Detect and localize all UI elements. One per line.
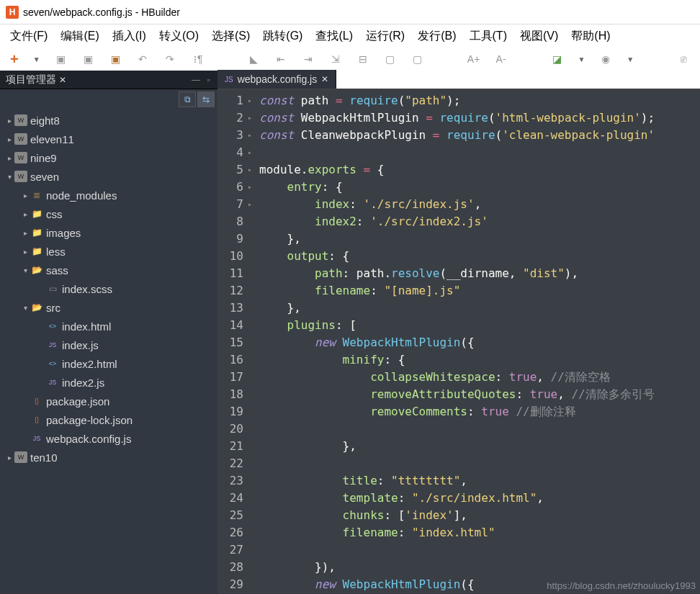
editor-tab-label: webpack.config.js	[238, 73, 318, 85]
block-icon[interactable]: ⊟	[356, 53, 369, 66]
globe-icon[interactable]: ◉	[599, 53, 612, 66]
watermark: https://blog.csdn.net/zhoulucky1993	[547, 580, 696, 591]
tree-item[interactable]: ▭index.scss	[0, 279, 217, 298]
outdent-icon[interactable]: ⇤	[274, 53, 287, 66]
indent-icon[interactable]: ⇥	[302, 53, 315, 66]
menu-file[interactable]: 文件(F)	[4, 27, 53, 45]
font-decrease-icon[interactable]: A-	[495, 53, 508, 66]
globe-dropdown-icon[interactable]: ▼	[627, 55, 634, 63]
editor-area: JS webpack.config.js ✕ 12345678910111213…	[217, 71, 700, 594]
toolbar: + ▼ ▣ ▣ ▣ ↶ ↷ ⫶¶ ◣ ⇤ ⇥ ⇲ ⊟ ▢ ▢ A+ A- ◪ ▼…	[0, 48, 700, 71]
menu-find[interactable]: 查找(L)	[310, 27, 359, 45]
filter-link-icon[interactable]: ⧉	[179, 91, 196, 107]
menu-select[interactable]: 选择(S)	[206, 27, 256, 45]
panel-tab-project-manager[interactable]: 项目管理器 ✕	[0, 72, 72, 88]
window-title: seven/webpack.config.js - HBuilder	[23, 6, 180, 18]
menu-escape[interactable]: 转义(O)	[153, 27, 205, 45]
tree-item[interactable]: JSwebpack.config.js	[0, 429, 217, 448]
tree-item[interactable]: JSindex2.js	[0, 373, 217, 392]
selection-icon[interactable]: ⇲	[329, 53, 342, 66]
js-file-icon: JS	[225, 76, 233, 84]
title-bar: H seven/webpack.config.js - HBuilder	[0, 0, 700, 24]
panel-tools: — ▫	[190, 74, 217, 86]
tree-item[interactable]: ▸Wten10	[0, 448, 217, 467]
tree-item[interactable]: ▸Weight8	[0, 111, 217, 130]
paste-icon[interactable]: ▣	[109, 53, 122, 66]
menu-run[interactable]: 运行(R)	[360, 27, 410, 45]
panel-tab-row: 项目管理器 ✕ — ▫	[0, 71, 217, 89]
undo-icon[interactable]: ↶	[136, 53, 149, 66]
tree-item[interactable]: ▸Weleven11	[0, 130, 217, 148]
bookmark-icon[interactable]: ◣	[247, 53, 260, 66]
editor-tab-webpack-config[interactable]: JS webpack.config.js ✕	[217, 70, 336, 89]
project-tree[interactable]: ▸Weight8▸Weleven11▸Wnine9▾Wseven▸≣node_m…	[0, 109, 217, 594]
tree-item[interactable]: ▸≣node_modules	[0, 186, 217, 204]
console-icon[interactable]: ▢	[411, 53, 424, 66]
saveall-icon[interactable]: ▣	[82, 53, 95, 66]
sidebar: 项目管理器 ✕ — ▫ ⧉ ⇆ ▸Weight8▸Weleven11▸Wnine…	[0, 71, 217, 594]
code-content[interactable]: const path = require("path");const Webpa…	[248, 89, 700, 594]
panel-restore-icon[interactable]: ▫	[203, 74, 215, 86]
menu-bar: 文件(F) 编辑(E) 插入(I) 转义(O) 选择(S) 跳转(G) 查找(L…	[0, 24, 700, 48]
line-gutter: 1234567891011121314151617181920212223242…	[217, 89, 248, 594]
panel-close-icon[interactable]: ✕	[59, 75, 66, 85]
tree-item[interactable]: ▸Wnine9	[0, 148, 217, 167]
main-area: 项目管理器 ✕ — ▫ ⧉ ⇆ ▸Weight8▸Weleven11▸Wnine…	[0, 71, 700, 594]
menu-insert[interactable]: 插入(I)	[107, 27, 152, 45]
tree-item[interactable]: ▸📁less	[0, 242, 217, 261]
status-icon[interactable]: ◪	[550, 53, 563, 66]
new-icon[interactable]: +	[10, 51, 19, 68]
editor-tabs: JS webpack.config.js ✕	[217, 71, 700, 89]
panel-tab-label: 项目管理器	[6, 73, 56, 86]
filter-bar: ⧉ ⇆	[0, 89, 217, 109]
tree-item[interactable]: ▸📁css	[0, 204, 217, 223]
format-icon[interactable]: ⫶¶	[191, 53, 204, 66]
tree-item[interactable]: JSindex.js	[0, 336, 217, 354]
menu-help[interactable]: 帮助(H)	[565, 27, 616, 45]
agent-icon[interactable]: ⎚	[677, 53, 690, 66]
tree-item[interactable]: <>index2.html	[0, 354, 217, 373]
menu-goto[interactable]: 跳转(G)	[257, 27, 308, 45]
menu-tools[interactable]: 工具(T)	[464, 27, 513, 45]
menu-publish[interactable]: 发行(B)	[412, 27, 462, 45]
tree-item[interactable]: {}package-lock.json	[0, 410, 217, 429]
new-dropdown-icon[interactable]: ▼	[33, 55, 40, 63]
tree-item[interactable]: ▾📂src	[0, 298, 217, 317]
preview-icon[interactable]: ▢	[384, 53, 397, 66]
tree-item[interactable]: ▸📁images	[0, 223, 217, 242]
editor-tab-close-icon[interactable]: ✕	[321, 74, 328, 84]
code-editor[interactable]: 1234567891011121314151617181920212223242…	[217, 89, 700, 594]
menu-edit[interactable]: 编辑(E)	[55, 27, 104, 45]
filter-sync-icon[interactable]: ⇆	[197, 91, 215, 107]
fold-gutter: ▸▸▸▸▸▸▸	[248, 92, 256, 213]
panel-min-icon[interactable]: —	[190, 74, 202, 86]
status-dropdown-icon[interactable]: ▼	[578, 55, 585, 63]
redo-icon[interactable]: ↷	[163, 53, 176, 66]
tree-item[interactable]: ▾📂sass	[0, 261, 217, 279]
save-icon[interactable]: ▣	[55, 53, 68, 66]
tree-item[interactable]: {}package.json	[0, 392, 217, 410]
menu-view[interactable]: 视图(V)	[514, 27, 564, 45]
font-increase-icon[interactable]: A+	[467, 53, 480, 66]
tree-item[interactable]: ▾Wseven	[0, 167, 217, 186]
tree-item[interactable]: <>index.html	[0, 317, 217, 336]
app-icon: H	[6, 6, 19, 19]
